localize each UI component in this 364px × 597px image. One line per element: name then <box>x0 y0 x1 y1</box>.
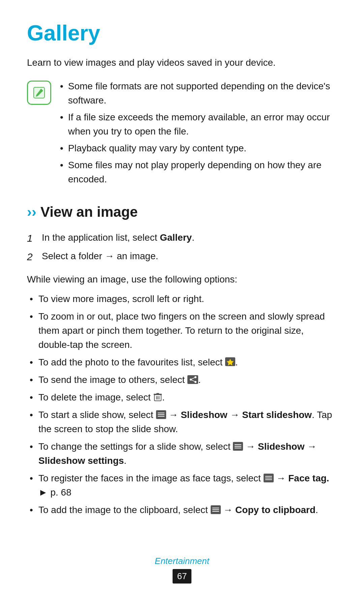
note-icon <box>27 81 51 105</box>
intro-text: Learn to view images and play videos sav… <box>27 56 337 70</box>
chevron-icon: ›› <box>27 201 36 222</box>
menu-icon-2 <box>233 442 243 451</box>
pencil-icon <box>32 85 47 100</box>
option-delete: To delete the image, select . <box>27 390 337 405</box>
svg-rect-3 <box>187 375 198 384</box>
option-slideshow-settings: To change the settings for a slide show,… <box>27 440 337 468</box>
note-bullet-2: If a file size exceeds the memory availa… <box>58 110 337 139</box>
option-slideshow-start: To start a slide show, select → Slidesho… <box>27 408 337 436</box>
step-num-1: 1 <box>27 231 42 246</box>
steps: 1 In the application list, select Galler… <box>27 231 337 264</box>
option-clipboard: To add the image to the clipboard, selec… <box>27 503 337 517</box>
section-heading: ›› View an image <box>27 201 337 222</box>
page-title: Gallery <box>27 20 337 46</box>
option-send: To send the image to others, select . <box>27 373 337 387</box>
menu-icon-1 <box>156 410 166 419</box>
footer: Entertainment 67 <box>0 555 364 584</box>
footer-page-number: 67 <box>173 569 192 584</box>
note-bullet-4: Some files may not play properly dependi… <box>58 158 337 186</box>
note-bullet-1: Some file formats are not supported depe… <box>58 79 337 108</box>
option-favourites: To add the photo to the favourites list,… <box>27 355 337 369</box>
option-face-tag: To register the faces in the image as fa… <box>27 471 337 500</box>
step-text-1: In the application list, select Gallery. <box>42 231 337 245</box>
share-icon <box>187 375 198 384</box>
step-1: 1 In the application list, select Galler… <box>27 231 337 246</box>
step-num-2: 2 <box>27 249 42 264</box>
svg-rect-11 <box>156 393 159 394</box>
note-bullets: Some file formats are not supported depe… <box>58 79 337 189</box>
trash-icon <box>153 392 162 402</box>
menu-icon-3 <box>264 474 274 482</box>
note-bullet-3: Playback quality may vary by content typ… <box>58 141 337 155</box>
note-box: Some file formats are not supported depe… <box>27 79 337 189</box>
option-zoom: To zoom in or out, place two fingers on … <box>27 309 337 352</box>
step-text-2: Select a folder → an image. <box>42 249 337 263</box>
option-scroll: To view more images, scroll left or righ… <box>27 292 337 306</box>
while-viewing-text: While viewing an image, use the followin… <box>27 272 337 287</box>
options-list: To view more images, scroll left or righ… <box>27 292 337 517</box>
step-2: 2 Select a folder → an image. <box>27 249 337 264</box>
menu-icon-4 <box>211 505 221 514</box>
footer-label: Entertainment <box>155 555 209 568</box>
star-icon <box>225 357 235 367</box>
